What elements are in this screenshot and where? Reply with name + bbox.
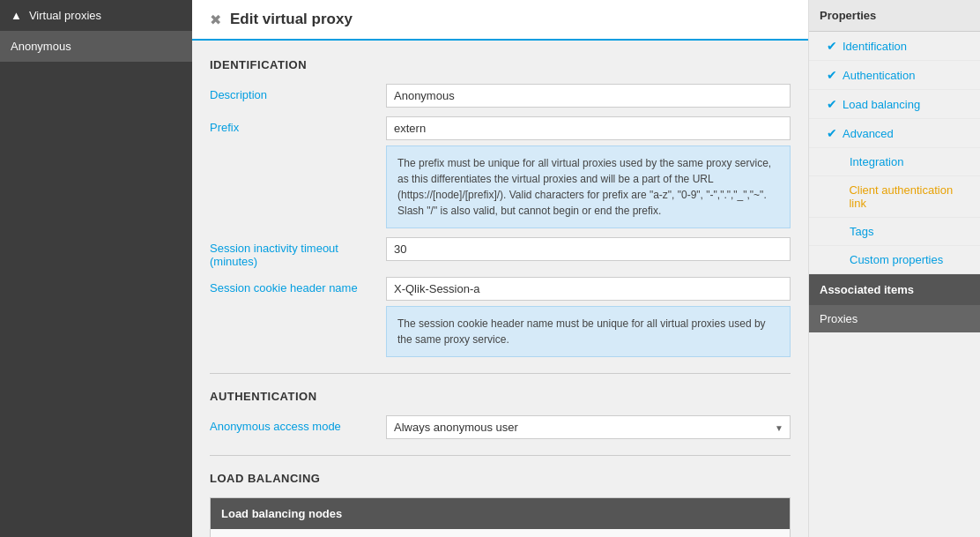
session-cookie-input[interactable]	[386, 277, 791, 301]
prefix-field: The prefix must be unique for all virtua…	[386, 116, 791, 228]
description-row: Description	[210, 84, 791, 108]
session-timeout-row: Session inactivity timeout (minutes)	[210, 237, 791, 268]
associated-proxies-label: Proxies	[820, 312, 858, 325]
prop-client-auth[interactable]: Client authentication link	[809, 176, 980, 218]
prop-custom-properties-label: Custom properties	[850, 253, 943, 266]
load-balancing-section-title: LOAD BALANCING	[210, 472, 791, 485]
anon-access-label: Anonymous access mode	[210, 415, 386, 433]
main-content: ✖ Edit virtual proxy IDENTIFICATION Desc…	[192, 0, 808, 537]
anon-access-select-wrapper: Always anonymous user	[386, 415, 791, 439]
form-area: IDENTIFICATION Description Prefix The pr…	[192, 41, 808, 537]
prop-advanced-label: Advanced	[843, 127, 894, 140]
sidebar-header-label: Virtual proxies	[29, 9, 101, 22]
properties-title: Properties	[809, 0, 980, 32]
identification-section-title: IDENTIFICATION	[210, 58, 791, 71]
anon-access-row: Anonymous access mode Always anonymous u…	[210, 415, 791, 439]
prop-authentication[interactable]: ✔ Authentication	[809, 61, 980, 90]
prop-tags[interactable]: Tags	[809, 218, 980, 246]
prop-tags-label: Tags	[850, 225, 873, 238]
right-panel: Properties ✔ Identification ✔ Authentica…	[808, 0, 980, 537]
check-icon-authentication: ✔	[827, 68, 837, 82]
check-icon-advanced: ✔	[827, 126, 837, 140]
prefix-label: Prefix	[210, 116, 386, 134]
lb-col-header: Server node	[211, 529, 790, 537]
associated-proxies[interactable]: Proxies	[809, 305, 980, 332]
lb-table-header: Load balancing nodes	[211, 498, 790, 529]
sidebar-header[interactable]: ▲ Virtual proxies	[0, 0, 192, 31]
check-icon-identification: ✔	[827, 39, 837, 53]
sidebar-item-label: Anonymous	[11, 40, 71, 53]
prop-custom-properties[interactable]: Custom properties	[809, 246, 980, 274]
description-label: Description	[210, 84, 386, 101]
session-cookie-info: The session cookie header name must be u…	[386, 306, 791, 357]
prop-integration-label: Integration	[850, 155, 903, 168]
associated-section: Associated items Proxies	[809, 274, 980, 332]
description-input[interactable]	[386, 84, 791, 108]
sidebar-item-anonymous[interactable]: Anonymous	[0, 31, 192, 62]
page-title: Edit virtual proxy	[230, 11, 353, 28]
edit-icon: ✖	[210, 11, 221, 28]
prop-identification-label: Identification	[843, 40, 907, 53]
session-timeout-field	[386, 237, 791, 261]
anon-access-field: Always anonymous user	[386, 415, 791, 439]
authentication-section-title: AUTHENTICATION	[210, 390, 791, 403]
prefix-info: The prefix must be unique for all virtua…	[386, 145, 791, 228]
prop-load-balancing-label: Load balancing	[843, 98, 920, 111]
session-cookie-field: The session cookie header name must be u…	[386, 277, 791, 357]
associated-title: Associated items	[809, 274, 980, 305]
load-balancing-table: Load balancing nodes Server node ⊕ Add n…	[210, 497, 791, 537]
prefix-row: Prefix The prefix must be unique for all…	[210, 116, 791, 228]
page-header: ✖ Edit virtual proxy	[192, 0, 808, 41]
prop-load-balancing[interactable]: ✔ Load balancing	[809, 90, 980, 119]
properties-section: Properties ✔ Identification ✔ Authentica…	[809, 0, 980, 274]
session-timeout-label: Session inactivity timeout (minutes)	[210, 237, 386, 268]
session-cookie-label: Session cookie header name	[210, 277, 386, 295]
sidebar: ▲ Virtual proxies Anonymous	[0, 0, 192, 537]
prefix-input[interactable]	[386, 116, 791, 140]
session-timeout-input[interactable]	[386, 237, 791, 261]
prop-identification[interactable]: ✔ Identification	[809, 32, 980, 61]
section-divider-1	[210, 373, 791, 374]
session-cookie-row: Session cookie header name The session c…	[210, 277, 791, 357]
arrow-icon: ▲	[11, 9, 22, 22]
description-field	[386, 84, 791, 108]
prop-authentication-label: Authentication	[843, 69, 915, 82]
section-divider-2	[210, 455, 791, 456]
prop-integration[interactable]: Integration	[809, 148, 980, 176]
anon-access-select[interactable]: Always anonymous user	[386, 415, 791, 439]
prop-advanced[interactable]: ✔ Advanced	[809, 119, 980, 148]
check-icon-load-balancing: ✔	[827, 97, 837, 111]
prop-client-auth-label: Client authentication link	[849, 183, 969, 210]
